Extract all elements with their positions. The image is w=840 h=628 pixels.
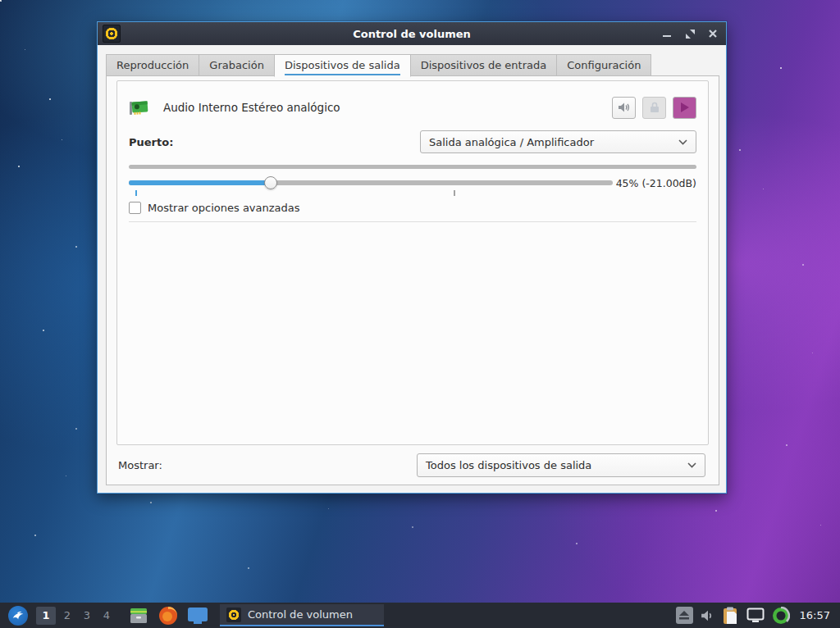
volume-fill bbox=[129, 180, 271, 185]
lock-channels-button bbox=[642, 97, 666, 119]
tab-dispositivos-salida[interactable]: Dispositivos de salida bbox=[274, 54, 411, 77]
green-ring-icon[interactable] bbox=[772, 607, 790, 625]
window-icon bbox=[103, 25, 121, 43]
display-icon bbox=[187, 607, 208, 625]
chevron-down-icon bbox=[687, 462, 696, 468]
taskbar-window-button[interactable]: Control de volumen bbox=[220, 604, 384, 626]
device-row: Audio Interno Estéreo analógico bbox=[117, 81, 708, 121]
audio-card-icon bbox=[129, 98, 150, 117]
advanced-options-label: Mostrar opciones avanzadas bbox=[148, 202, 300, 214]
display-launcher[interactable] bbox=[187, 605, 208, 626]
lock-icon bbox=[650, 102, 660, 113]
starfield-small bbox=[0, 0, 1, 1]
monitor-icon[interactable] bbox=[746, 608, 765, 623]
taskbar: 1 2 3 4 bbox=[0, 603, 840, 628]
workspace-1[interactable]: 1 bbox=[36, 607, 56, 625]
clock[interactable]: 16:57 bbox=[800, 609, 830, 621]
clipboard-icon[interactable] bbox=[723, 607, 739, 625]
mute-button[interactable] bbox=[612, 97, 636, 119]
file-manager-icon bbox=[129, 607, 148, 625]
chevron-down-icon bbox=[678, 139, 687, 145]
speaker-icon[interactable] bbox=[701, 609, 715, 622]
window-title: Control de volumen bbox=[98, 28, 726, 40]
restore-button[interactable] bbox=[682, 25, 698, 42]
workspace-2[interactable]: 2 bbox=[57, 607, 77, 625]
minimize-button[interactable] bbox=[659, 25, 675, 42]
volume-slider-row: 45% (-21.00dB) bbox=[129, 176, 696, 189]
tab-page-output-devices: Audio Interno Estéreo analógico bbox=[106, 75, 719, 485]
port-label: Puerto: bbox=[129, 136, 173, 148]
port-row: Puerto: Salida analógica / Amplificador bbox=[117, 121, 708, 153]
workspace-4[interactable]: 4 bbox=[97, 607, 116, 625]
slider-tick-marks bbox=[129, 190, 626, 197]
volume-value-label: 45% (-21.00dB) bbox=[616, 177, 696, 189]
show-filter-dropdown[interactable]: Todos los dispositivos de salida bbox=[417, 453, 705, 477]
play-triangle-icon bbox=[681, 102, 689, 112]
tab-reproduccion[interactable]: Reproducción bbox=[106, 54, 199, 76]
volume-control-icon bbox=[105, 27, 118, 40]
firefox-launcher[interactable] bbox=[158, 605, 179, 626]
device-separator bbox=[129, 221, 696, 222]
advanced-options-checkbox[interactable] bbox=[129, 202, 141, 214]
system-tray: 16:57 bbox=[676, 607, 835, 625]
show-filter-label: Mostrar: bbox=[118, 459, 162, 471]
taskbar-window-label: Control de volumen bbox=[248, 608, 353, 621]
port-dropdown[interactable]: Salida analógica / Amplificador bbox=[420, 130, 696, 153]
bird-menu-icon bbox=[11, 608, 25, 623]
workspace-switcher: 1 2 3 4 bbox=[36, 607, 116, 625]
device-name: Audio Interno Estéreo analógico bbox=[163, 101, 340, 114]
peak-level-meter bbox=[129, 165, 696, 169]
device-list-frame: Audio Interno Estéreo analógico bbox=[116, 80, 709, 445]
tab-configuracion[interactable]: Configuración bbox=[556, 54, 651, 76]
show-filter-value: Todos los dispositivos de salida bbox=[426, 459, 679, 471]
file-manager-launcher[interactable] bbox=[128, 605, 149, 626]
volume-control-icon bbox=[226, 608, 241, 622]
tab-dispositivos-entrada[interactable]: Dispositivos de entrada bbox=[410, 54, 558, 76]
slider-tick-0 bbox=[135, 190, 137, 196]
volume-slider[interactable] bbox=[129, 176, 613, 189]
port-value: Salida analógica / Amplificador bbox=[429, 136, 670, 148]
firefox-icon bbox=[158, 606, 178, 626]
tab-grabacion[interactable]: Grabación bbox=[199, 54, 275, 76]
slider-tick-1 bbox=[454, 190, 455, 196]
titlebar[interactable]: Control de volumen bbox=[98, 22, 726, 45]
launchers bbox=[128, 605, 208, 626]
volume-handle[interactable] bbox=[264, 176, 277, 189]
advanced-options-row: Mostrar opciones avanzadas bbox=[129, 202, 696, 214]
applications-menu-button[interactable] bbox=[8, 606, 28, 626]
speaker-icon bbox=[618, 102, 631, 113]
eject-icon[interactable] bbox=[676, 607, 693, 624]
workspace-3[interactable]: 3 bbox=[77, 607, 97, 625]
volume-control-window: Control de volumen Reproducción Grabació… bbox=[97, 21, 727, 494]
show-filter-row: Mostrar: Todos los dispositivos de salid… bbox=[118, 453, 705, 477]
tabstrip: Reproducción Grabación Dispositivos de s… bbox=[106, 54, 651, 77]
set-fallback-button[interactable] bbox=[673, 97, 696, 119]
close-button[interactable] bbox=[705, 25, 721, 42]
